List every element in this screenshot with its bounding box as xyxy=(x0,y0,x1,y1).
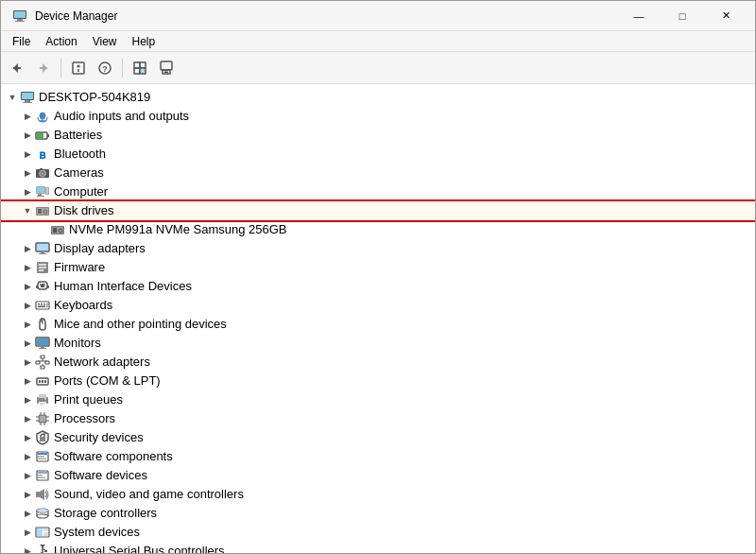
tree-item-bluetooth: ▶ ʙ Bluetooth xyxy=(1,145,755,164)
menu-action[interactable]: Action xyxy=(38,33,84,50)
toggle-softwarecomp[interactable]: ▶ xyxy=(20,449,35,464)
tree-item-display: ▶ Display adapters xyxy=(1,239,755,258)
scan-icon xyxy=(132,61,147,76)
tree-label-computer: Computer xyxy=(54,182,108,201)
tree-row-softwaredev[interactable]: ▶ Software devices xyxy=(1,466,755,485)
toggle-ports[interactable]: ▶ xyxy=(20,373,35,389)
svg-point-121 xyxy=(37,514,48,518)
toggle-softwaredev[interactable]: ▶ xyxy=(20,468,35,483)
svg-rect-19 xyxy=(164,71,168,73)
svg-rect-40 xyxy=(46,188,48,194)
scan-button[interactable] xyxy=(128,56,152,80)
tree-row-audio[interactable]: ▶ Audio inputs and outputs xyxy=(1,107,755,126)
tree-row-root[interactable]: ▼ DESKTOP-504K819 xyxy=(1,88,755,107)
battery-icon xyxy=(35,128,50,143)
svg-rect-68 xyxy=(41,303,43,305)
tree-row-sound[interactable]: ▶ Sound, video and game controllers xyxy=(1,485,755,504)
toggle-batteries[interactable]: ▶ xyxy=(20,128,35,143)
svg-rect-111 xyxy=(38,459,46,460)
svg-rect-56 xyxy=(39,264,46,266)
window-title: Device Manager xyxy=(35,9,117,23)
toggle-system[interactable]: ▶ xyxy=(20,525,35,540)
toggle-monitors[interactable]: ▶ xyxy=(20,336,35,351)
audio-icon xyxy=(35,109,50,124)
toggle-computer[interactable]: ▶ xyxy=(20,184,35,199)
help-button[interactable]: ? xyxy=(93,56,117,80)
tree-row-firmware[interactable]: ▶ Firmware xyxy=(1,258,755,277)
properties-button[interactable] xyxy=(66,56,91,80)
tree-label-sound: Sound, video and game controllers xyxy=(54,485,244,504)
tree-row-system[interactable]: ▶ System devices xyxy=(1,523,755,542)
tree-label-system: System devices xyxy=(54,523,140,542)
tree-row-network[interactable]: ▶ xyxy=(1,353,755,372)
svg-rect-109 xyxy=(38,453,47,455)
tree-row-cameras[interactable]: ▶ Cameras xyxy=(1,164,755,182)
svg-rect-43 xyxy=(38,209,42,214)
menu-view[interactable]: View xyxy=(85,33,125,50)
toggle-security[interactable]: ▶ xyxy=(20,430,35,445)
tree-label-print: Print queues xyxy=(54,390,123,409)
toggle-usb[interactable]: ▶ xyxy=(20,544,35,553)
maximize-button[interactable]: □ xyxy=(661,1,704,31)
tree-row-storage[interactable]: ▶ Storage controllers xyxy=(1,504,755,523)
svg-point-33 xyxy=(42,172,44,175)
svg-rect-34 xyxy=(40,168,43,170)
firmware-icon xyxy=(35,260,50,275)
tree-row-usb[interactable]: ▶ xyxy=(1,542,755,553)
drive-icon xyxy=(50,222,65,237)
menu-bar: File Action View Help xyxy=(1,31,755,52)
svg-rect-28 xyxy=(47,134,49,137)
svg-rect-116 xyxy=(36,492,40,497)
toggle-audio[interactable]: ▶ xyxy=(20,109,35,124)
toggle-mice[interactable]: ▶ xyxy=(20,317,35,332)
svg-rect-16 xyxy=(140,68,146,74)
toggle-bluetooth[interactable]: ▶ xyxy=(20,147,35,162)
tree-row-batteries[interactable]: ▶ Batteries xyxy=(1,126,755,145)
tree-row-computer[interactable]: ▶ Comput xyxy=(1,182,755,201)
toggle-cameras[interactable]: ▶ xyxy=(20,165,35,181)
minimize-button[interactable]: — xyxy=(617,1,661,31)
forward-button[interactable] xyxy=(31,56,56,80)
toggle-keyboards[interactable]: ▶ xyxy=(20,298,35,313)
tree-row-hid[interactable]: ▶ xyxy=(1,277,755,296)
tree-row-keyboards[interactable]: ▶ xyxy=(1,296,755,315)
tree-row-nvme[interactable]: ▶ xyxy=(1,220,755,239)
tree-row-mice[interactable]: ▶ Mice and other pointing devices xyxy=(1,315,755,334)
tree-row-softwarecomp[interactable]: ▶ Software components xyxy=(1,447,755,466)
svg-rect-78 xyxy=(39,348,46,349)
tree-label-nvme: NVMe PM991a NVMe Samsung 256GB xyxy=(69,220,287,239)
toggle-diskdrives[interactable]: ▼ xyxy=(20,203,35,218)
menu-help[interactable]: Help xyxy=(125,33,163,50)
svg-rect-95 xyxy=(40,405,43,406)
toggle-storage[interactable]: ▶ xyxy=(20,506,35,521)
forward-icon xyxy=(37,61,50,75)
svg-rect-114 xyxy=(38,475,43,476)
tree-row-ports[interactable]: ▶ Ports (COM & LPT) xyxy=(1,372,755,390)
tree-row-print[interactable]: ▶ Print xyxy=(1,390,755,409)
tree-item-hid: ▶ xyxy=(1,277,755,296)
toggle-sound[interactable]: ▶ xyxy=(20,487,35,502)
tree-row-diskdrives[interactable]: ▼ Disk drives xyxy=(1,201,755,220)
back-button[interactable] xyxy=(5,56,29,80)
toggle-print[interactable]: ▶ xyxy=(20,392,35,407)
tree-label-mice: Mice and other pointing devices xyxy=(54,315,227,334)
tree-row-bluetooth[interactable]: ▶ ʙ Bluetooth xyxy=(1,145,755,164)
tree-row-monitors[interactable]: ▶ Monitors xyxy=(1,334,755,353)
svg-rect-115 xyxy=(38,477,45,479)
toggle-firmware[interactable]: ▶ xyxy=(20,260,35,275)
toggle-hid[interactable]: ▶ xyxy=(20,279,35,294)
toggle-display[interactable]: ▶ xyxy=(20,241,35,256)
tree-row-processors[interactable]: ▶ xyxy=(1,409,755,428)
close-button[interactable]: ✕ xyxy=(704,1,747,31)
svg-point-122 xyxy=(37,509,48,512)
tree-content[interactable]: ▼ DESKTOP-504K819 xyxy=(1,84,755,553)
toggle-root[interactable]: ▼ xyxy=(5,90,20,105)
app-icon xyxy=(12,9,27,24)
tree-row-display[interactable]: ▶ Display adapters xyxy=(1,239,755,258)
menu-file[interactable]: File xyxy=(5,33,38,50)
svg-point-9 xyxy=(77,64,80,67)
tree-row-security[interactable]: ▶ Security devices xyxy=(1,428,755,447)
update-button[interactable] xyxy=(154,56,179,80)
toggle-network[interactable]: ▶ xyxy=(20,355,35,370)
toggle-processors[interactable]: ▶ xyxy=(20,411,35,426)
